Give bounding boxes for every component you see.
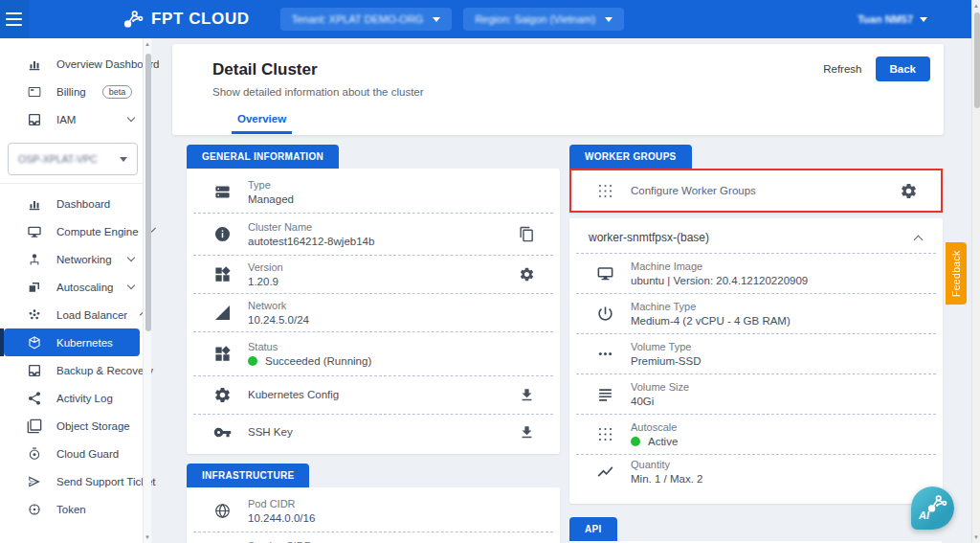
sidebar-item-cloud-guard[interactable]: Cloud Guard bbox=[0, 440, 151, 467]
tab-overview[interactable]: Overview bbox=[232, 107, 292, 134]
sidebar-item-token[interactable]: Token bbox=[0, 495, 151, 523]
monitor-icon bbox=[27, 224, 42, 239]
row-value: Medium-4 (2 vCPU - 4 GB RAM) bbox=[631, 315, 791, 327]
feedback-tab[interactable]: Feedback bbox=[946, 242, 967, 305]
region-dropdown[interactable]: Region: Saigon (Vietnam) bbox=[463, 8, 624, 31]
sidebar-item-dashboard[interactable]: Dashboard bbox=[0, 190, 151, 217]
row-label: Quantity bbox=[631, 459, 702, 470]
row-label: Volume Size bbox=[631, 381, 689, 393]
sidebar-item-label: Kubernetes bbox=[56, 337, 113, 349]
row-label: Cluster Name bbox=[248, 221, 374, 233]
general-information-header: GENERAL INFORMATION bbox=[187, 145, 339, 169]
hamburger-menu-icon[interactable] bbox=[0, 0, 29, 38]
row-label: Version bbox=[248, 261, 283, 273]
gear-icon[interactable] bbox=[519, 266, 535, 283]
monitor-icon bbox=[594, 264, 615, 283]
sidebar-item-billing[interactable]: Billing beta bbox=[0, 78, 151, 105]
row-volume-type: Volume Type Premium-SSD bbox=[569, 333, 943, 373]
tab-bar: Overview bbox=[212, 107, 921, 134]
row-label: Service CIDR bbox=[248, 540, 315, 543]
row-type: Type Managed bbox=[187, 170, 560, 213]
row-value: 1.20.9 bbox=[248, 276, 283, 287]
power-icon bbox=[594, 305, 615, 323]
page-scrollbar[interactable]: ▲ ▼ bbox=[971, 0, 980, 543]
vpc-select-value: OSP-XPLAT-VPC bbox=[18, 153, 98, 165]
sidebar-item-load-balancer[interactable]: Load Balancer bbox=[0, 301, 151, 328]
user-menu[interactable]: Tuan NM57 bbox=[858, 13, 927, 25]
page-header-card: Detail Cluster Show detailed information… bbox=[172, 44, 944, 135]
download-icon[interactable] bbox=[519, 387, 535, 403]
configure-worker-groups-row[interactable]: Configure Worker Groups bbox=[569, 169, 943, 213]
region-label: Region: Saigon (Vietnam) bbox=[475, 13, 595, 25]
storage-icon bbox=[27, 419, 42, 434]
chevron-down-icon bbox=[433, 17, 440, 22]
api-header: API bbox=[569, 517, 617, 541]
sidebar-item-overview-dashboard[interactable]: Overview Dashboard bbox=[0, 50, 151, 78]
scrollbar-thumb[interactable] bbox=[145, 54, 151, 331]
dots-grid-icon bbox=[594, 182, 615, 200]
sidebar-item-kubernetes[interactable]: Kubernetes bbox=[4, 328, 140, 356]
sidebar-item-label: Activity Log bbox=[56, 393, 113, 404]
row-quantity: Quantity Min. 1 / Max. 2 bbox=[569, 454, 943, 500]
vpc-select[interactable]: OSP-XPLAT-VPC bbox=[8, 143, 138, 175]
network-icon bbox=[27, 252, 42, 267]
row-label: Machine Type bbox=[631, 301, 791, 312]
sidebar-item-autoscaling[interactable]: Autoscaling bbox=[0, 273, 151, 301]
token-icon bbox=[27, 502, 42, 517]
row-value: Premium-SSD bbox=[631, 355, 701, 367]
sidebar-item-send-support-ticket[interactable]: Send Support Ticket bbox=[0, 467, 151, 495]
sidebar-item-activity-log[interactable]: Activity Log bbox=[0, 384, 151, 412]
status-value: Succeeded (Running) bbox=[265, 355, 371, 367]
send-icon bbox=[27, 474, 42, 489]
bar-chart-icon bbox=[27, 196, 42, 212]
sidebar-item-label: Dashboard bbox=[56, 198, 110, 210]
scrollbar-thumb[interactable] bbox=[974, 12, 980, 108]
row-label: Kubernetes Config bbox=[248, 389, 339, 400]
worker-groups-header: WORKER GROUPS bbox=[569, 145, 692, 169]
row-label: Volume Type bbox=[631, 341, 701, 352]
chevron-up-icon[interactable] bbox=[914, 235, 924, 244]
ellipsis-icon bbox=[594, 345, 615, 363]
ai-assistant-button[interactable]: AI bbox=[911, 486, 954, 530]
tenant-dropdown[interactable]: Tenant: XPLAT DEMO-ORG bbox=[280, 8, 453, 31]
row-label: Network bbox=[248, 300, 309, 311]
sidebar-scrollbar[interactable]: ▲ ▼ bbox=[143, 38, 151, 543]
sidebar-item-backup-recovery[interactable]: Backup & Recovery bbox=[0, 356, 151, 384]
gear-icon[interactable] bbox=[900, 182, 918, 200]
main-content: Detail Cluster Show detailed information… bbox=[151, 38, 971, 543]
sidebar-item-object-storage[interactable]: Object Storage bbox=[0, 412, 151, 440]
row-label: SSH Key bbox=[248, 426, 293, 438]
download-icon[interactable] bbox=[519, 424, 535, 441]
copy-icon[interactable] bbox=[519, 226, 535, 242]
scroll-up-icon[interactable]: ▲ bbox=[973, 3, 979, 9]
signal-icon bbox=[212, 304, 233, 322]
back-button[interactable]: Back bbox=[876, 57, 931, 81]
sidebar-item-iam[interactable]: IAM bbox=[0, 105, 151, 133]
iam-icon bbox=[27, 112, 42, 127]
row-label: Pod CIDR bbox=[248, 498, 315, 509]
widgets-icon bbox=[212, 345, 233, 363]
row-machine-image: Machine Image ubuntu | Version: 20.4.121… bbox=[569, 253, 943, 293]
scroll-down-icon[interactable]: ▼ bbox=[145, 534, 150, 540]
sidebar: Overview Dashboard Billing beta IAM OSP-… bbox=[0, 38, 151, 543]
left-column: GENERAL INFORMATION Type Managed Cluster… bbox=[187, 145, 560, 543]
refresh-button[interactable]: Refresh bbox=[823, 63, 861, 75]
chevron-down-icon bbox=[127, 254, 135, 261]
worker-group-header[interactable]: worker-snmtfpsx-(base) bbox=[569, 220, 943, 253]
scroll-down-icon[interactable]: ▼ bbox=[973, 534, 979, 540]
row-value: autotest164212-8wjeb14b bbox=[248, 236, 374, 247]
row-cluster-name: Cluster Name autotest164212-8wjeb14b bbox=[187, 213, 560, 255]
info-icon bbox=[212, 225, 233, 243]
divider bbox=[0, 183, 151, 184]
activity-icon bbox=[27, 391, 42, 406]
sidebar-item-networking[interactable]: Networking bbox=[0, 245, 151, 273]
sidebar-item-label: Compute Engine bbox=[56, 226, 139, 238]
chevron-down-icon bbox=[127, 282, 135, 289]
sidebar-item-label: Token bbox=[56, 504, 86, 515]
sidebar-item-compute-engine[interactable]: Compute Engine bbox=[0, 217, 151, 245]
brand-logo[interactable]: FPT CLOUD bbox=[121, 7, 250, 32]
sidebar-item-label: Object Storage bbox=[56, 420, 130, 432]
top-bar: FPT CLOUD Tenant: XPLAT DEMO-ORG Region:… bbox=[0, 0, 971, 38]
infrastructure-panel: Pod CIDR 10.244.0.0/16 Service CIDR 172.… bbox=[187, 487, 560, 543]
scroll-up-icon[interactable]: ▲ bbox=[145, 41, 150, 47]
